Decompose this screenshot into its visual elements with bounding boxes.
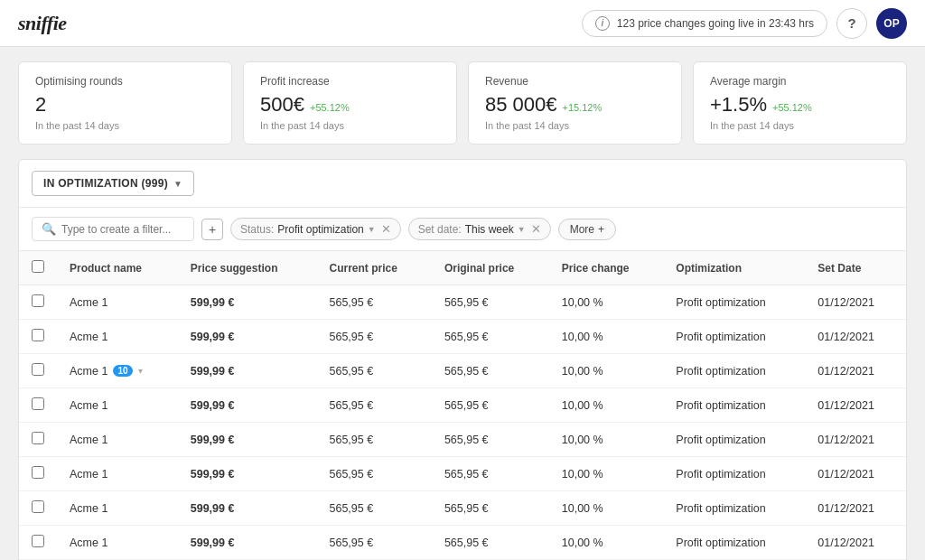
stat-value-1: 500€ +55.12% (260, 93, 440, 117)
stat-number-1: 500€ (260, 93, 304, 117)
stat-sub-3: In the past 14 days (710, 120, 890, 131)
row-price-change-7: 10,00 % (549, 526, 664, 560)
optimization-dropdown-button[interactable]: IN OPTIMIZATION (999) ▼ (32, 171, 194, 196)
row-original-price-3: 565,95 € (432, 388, 549, 423)
row-checkbox-4[interactable] (32, 432, 44, 444)
product-name-2: Acme 1 (70, 365, 107, 378)
row-price-suggestion-0: 599,99 € (178, 285, 317, 320)
filter-setdate-label: Set date: (418, 223, 462, 236)
row-checkbox-cell (19, 457, 57, 491)
filter-setdate-value: This week (465, 223, 514, 236)
row-price-change-6: 10,00 % (549, 491, 664, 526)
stat-change-1: +55.12% (310, 102, 350, 113)
row-set-date-1: 01/12/2021 (805, 320, 906, 354)
row-checkbox-6[interactable] (32, 500, 44, 513)
row-price-suggestion-1: 599,99 € (178, 320, 317, 354)
row-current-price-3: 565,95 € (316, 388, 431, 423)
row-checkbox-2[interactable] (32, 363, 44, 376)
stat-card-margin: Average margin +1.5% +55.12% In the past… (693, 61, 907, 145)
col-optimization: Optimization (663, 251, 805, 285)
select-all-checkbox[interactable] (32, 260, 44, 273)
row-checkbox-5[interactable] (32, 466, 44, 479)
more-button[interactable]: More + (558, 219, 616, 240)
logo-text: sniffie (18, 12, 67, 34)
row-original-price-2: 565,95 € (432, 354, 549, 388)
row-set-date-6: 01/12/2021 (805, 491, 906, 526)
price-changes-text: 123 price changes going live in 23:43 hr… (617, 17, 814, 30)
avatar[interactable]: OP (876, 8, 907, 39)
stat-label-1: Profit increase (260, 75, 440, 88)
row-product-7: Acme 1 (57, 526, 178, 560)
row-optimization-4: Profit optimization (663, 423, 805, 457)
table-container: IN OPTIMIZATION (999) ▼ 🔍 + Status: Prof… (18, 159, 907, 560)
row-set-date-3: 01/12/2021 (805, 388, 906, 423)
row-price-change-5: 10,00 % (549, 457, 664, 491)
stat-value-3: +1.5% +55.12% (710, 93, 890, 117)
table-row: Acme 1 599,99 € 565,95 € 565,95 € 10,00 … (19, 320, 906, 354)
add-filter-button[interactable]: + (201, 219, 223, 240)
stat-number-3: +1.5% (710, 93, 767, 117)
chevron-down-icon: ▼ (173, 179, 182, 189)
header-checkbox-cell (19, 251, 57, 285)
row-price-suggestion-4: 599,99 € (178, 423, 317, 457)
row-checkbox-cell (19, 526, 57, 560)
product-name-7: Acme 1 (70, 537, 107, 549)
optimization-label: IN OPTIMIZATION (999) (43, 177, 168, 190)
row-optimization-5: Profit optimization (663, 457, 805, 491)
filter-status-close[interactable]: ✕ (381, 222, 391, 236)
row-product-6: Acme 1 (57, 491, 178, 526)
row-product-1: Acme 1 (57, 320, 178, 354)
row-checkbox-cell (19, 354, 57, 388)
row-set-date-0: 01/12/2021 (805, 285, 906, 320)
col-price-change: Price change (549, 251, 664, 285)
row-price-change-3: 10,00 % (549, 388, 664, 423)
row-original-price-1: 565,95 € (432, 320, 549, 354)
stats-row: Optimising rounds 2 In the past 14 days … (18, 61, 907, 145)
row-optimization-7: Profit optimization (663, 526, 805, 560)
product-name-0: Acme 1 (70, 296, 107, 309)
row-checkbox-cell (19, 491, 57, 526)
row-price-suggestion-3: 599,99 € (178, 388, 317, 423)
table-header-row: Product name Price suggestion Current pr… (19, 251, 906, 285)
col-product-name: Product name (57, 251, 178, 285)
product-name-3: Acme 1 (70, 399, 107, 412)
stat-value-0: 2 (35, 93, 215, 117)
product-chevron-2[interactable]: ▾ (138, 366, 143, 376)
search-input[interactable] (61, 223, 179, 236)
row-price-suggestion-5: 599,99 € (178, 457, 317, 491)
row-optimization-0: Profit optimization (663, 285, 805, 320)
row-product-2: Acme 1 10 ▾ (57, 354, 178, 388)
stat-sub-1: In the past 14 days (260, 120, 440, 131)
more-label: More (570, 223, 594, 236)
row-price-change-1: 10,00 % (549, 320, 664, 354)
table-row: Acme 1 599,99 € 565,95 € 565,95 € 10,00 … (19, 423, 906, 457)
row-original-price-7: 565,95 € (432, 526, 549, 560)
row-checkbox-7[interactable] (32, 535, 44, 547)
product-badge-2: 10 (113, 365, 132, 377)
row-checkbox-3[interactable] (32, 397, 44, 410)
filter-setdate-chevron[interactable]: ▼ (518, 225, 526, 234)
row-current-price-4: 565,95 € (316, 423, 431, 457)
help-button[interactable]: ? (836, 8, 867, 39)
stat-card-optimising: Optimising rounds 2 In the past 14 days (18, 61, 232, 145)
filter-tag-setdate: Set date: This week ▼ ✕ (408, 218, 551, 240)
filter-setdate-close[interactable]: ✕ (531, 222, 541, 236)
table-row: Acme 1 599,99 € 565,95 € 565,95 € 10,00 … (19, 526, 906, 560)
filter-status-chevron[interactable]: ▼ (368, 225, 376, 234)
row-original-price-4: 565,95 € (432, 423, 549, 457)
filter-status-label: Status: (240, 223, 274, 236)
search-box: 🔍 (32, 217, 194, 241)
row-set-date-5: 01/12/2021 (805, 457, 906, 491)
row-checkbox-1[interactable] (32, 329, 44, 341)
logo: sniffie (18, 12, 67, 35)
filter-tag-status: Status: Profit optimization ▼ ✕ (230, 218, 401, 240)
row-checkbox-cell (19, 285, 57, 320)
stat-sub-0: In the past 14 days (35, 120, 215, 131)
row-optimization-6: Profit optimization (663, 491, 805, 526)
row-set-date-4: 01/12/2021 (805, 423, 906, 457)
row-optimization-1: Profit optimization (663, 320, 805, 354)
row-checkbox-0[interactable] (32, 294, 44, 307)
row-set-date-2: 01/12/2021 (805, 354, 906, 388)
col-original-price: Original price (432, 251, 549, 285)
table-row: Acme 1 599,99 € 565,95 € 565,95 € 10,00 … (19, 285, 906, 320)
